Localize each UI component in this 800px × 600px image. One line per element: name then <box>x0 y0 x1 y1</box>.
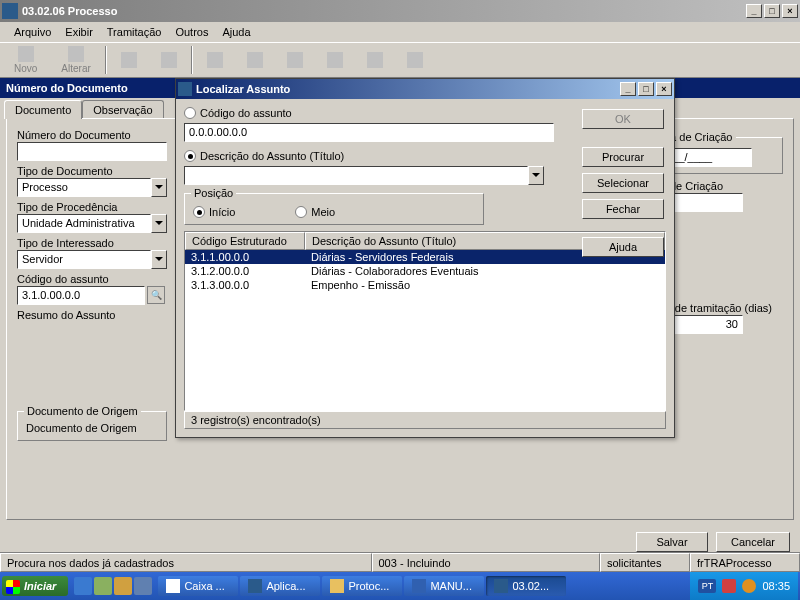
menu-tramitacao[interactable]: Tramitação <box>101 24 168 40</box>
quicklaunch-ie-icon[interactable] <box>74 577 92 595</box>
input-descricao-search[interactable] <box>184 166 528 185</box>
radio-inicio[interactable]: Início <box>193 206 235 218</box>
taskbar-item[interactable]: Protoc... <box>322 576 402 596</box>
dialog-title: Localizar Assunto <box>196 83 620 95</box>
cell-descricao: Empenho - Emissão <box>305 278 665 292</box>
dialog-minimize-button[interactable]: _ <box>620 82 636 96</box>
tray-icon[interactable] <box>742 579 756 593</box>
input-tipo-interessado[interactable]: Servidor <box>17 250 151 269</box>
listview-status: 3 registro(s) encontrado(s) <box>184 411 666 429</box>
label-codigo-assunto: Código do assunto <box>17 273 177 285</box>
cell-codigo: 3.1.1.00.0.0 <box>185 250 305 264</box>
tool-8[interactable] <box>317 50 353 70</box>
radio-meio[interactable]: Meio <box>295 206 335 218</box>
dialog-maximize-button[interactable]: □ <box>638 82 654 96</box>
dropdown-tipo-documento[interactable] <box>151 178 167 197</box>
new-icon <box>18 46 34 62</box>
start-button[interactable]: Iniciar <box>2 576 68 596</box>
menu-ajuda[interactable]: Ajuda <box>216 24 256 40</box>
dropdown-tipo-procedencia[interactable] <box>151 214 167 233</box>
quicklaunch-icon[interactable] <box>114 577 132 595</box>
menu-outros[interactable]: Outros <box>169 24 214 40</box>
tool-9[interactable] <box>357 50 393 70</box>
tool-alterar[interactable]: Alterar <box>51 44 100 76</box>
tool-novo[interactable]: Novo <box>4 44 47 76</box>
ajuda-button[interactable]: Ajuda <box>582 237 664 257</box>
tool-icon <box>407 52 423 68</box>
list-row[interactable]: 3.1.2.00.0.0 Diárias - Colaboradores Eve… <box>185 264 665 278</box>
quicklaunch-icon[interactable] <box>94 577 112 595</box>
input-num-documento[interactable] <box>17 142 167 161</box>
radio-codigo-assunto[interactable]: Código do assunto <box>184 107 554 119</box>
column-codigo[interactable]: Código Estruturado <box>185 232 305 250</box>
procurar-button[interactable]: Procurar <box>582 147 664 167</box>
ok-button[interactable]: OK <box>582 109 664 129</box>
label-tipo-interessado: Tipo de Interessado <box>17 237 177 249</box>
results-listview: Código Estruturado Descrição do Assunto … <box>184 231 666 411</box>
tab-observacao[interactable]: Observação <box>82 100 163 119</box>
window-title: 03.02.06 Processo <box>22 5 746 17</box>
input-codigo-search[interactable]: 0.0.0.00.0.0 <box>184 123 554 142</box>
cell-descricao: Diárias - Colaboradores Eventuais <box>305 264 665 278</box>
taskbar: Iniciar Caixa ... Aplica... Protoc... MA… <box>0 572 800 600</box>
toolbar: Novo Alterar <box>0 42 800 78</box>
tool-icon <box>327 52 343 68</box>
cell-codigo: 3.1.3.00.0.0 <box>185 278 305 292</box>
tool-icon <box>367 52 383 68</box>
taskbar-item[interactable]: Aplica... <box>240 576 320 596</box>
language-indicator[interactable]: PT <box>698 579 716 593</box>
toolbar-separator <box>105 46 107 74</box>
label-documento-origem: Documento de Origem <box>26 422 137 434</box>
fechar-button[interactable]: Fechar <box>582 199 664 219</box>
dialog-titlebar[interactable]: Localizar Assunto _ □ × <box>176 79 674 99</box>
close-button[interactable]: × <box>782 4 798 18</box>
quicklaunch-icon[interactable] <box>134 577 152 595</box>
statusbar: Procura nos dados já cadastrados 003 - I… <box>0 552 800 572</box>
system-tray: PT 08:35 <box>690 572 798 600</box>
dropdown-descricao-search[interactable] <box>528 166 544 185</box>
app-icon <box>166 579 180 593</box>
tool-7[interactable] <box>277 50 313 70</box>
input-tipo-documento[interactable]: Processo <box>17 178 151 197</box>
taskbar-item-active[interactable]: 03.02... <box>486 576 566 596</box>
list-row[interactable]: 3.1.3.00.0.0 Empenho - Emissão <box>185 278 665 292</box>
cell-codigo: 3.1.2.00.0.0 <box>185 264 305 278</box>
clock: 08:35 <box>762 580 790 592</box>
label-num-documento: Número do Documento <box>17 129 177 141</box>
taskbar-item[interactable]: Caixa ... <box>158 576 238 596</box>
menubar: Arquivo Exibir Tramitação Outros Ajuda <box>0 22 800 42</box>
folder-icon <box>330 579 344 593</box>
salvar-button[interactable]: Salvar <box>636 532 708 552</box>
selecionar-button[interactable]: Selecionar <box>582 173 664 193</box>
taskbar-item[interactable]: MANU... <box>404 576 484 596</box>
cancelar-button[interactable]: Cancelar <box>716 532 790 552</box>
input-tipo-procedencia[interactable]: Unidade Administrativa <box>17 214 151 233</box>
menu-arquivo[interactable]: Arquivo <box>8 24 57 40</box>
tool-6[interactable] <box>237 50 273 70</box>
dialog-close-button[interactable]: × <box>656 82 672 96</box>
menu-exibir[interactable]: Exibir <box>59 24 99 40</box>
app-icon <box>2 3 18 19</box>
app-icon <box>248 579 262 593</box>
maximize-button[interactable]: □ <box>764 4 780 18</box>
tab-documento[interactable]: Documento <box>4 100 82 119</box>
tool-5[interactable] <box>197 50 233 70</box>
label-tipo-procedencia: Tipo de Procedência <box>17 201 177 213</box>
tool-3[interactable] <box>111 50 147 70</box>
radio-codigo-label: Código do assunto <box>200 107 292 119</box>
radio-inicio-label: Início <box>209 206 235 218</box>
minimize-button[interactable]: _ <box>746 4 762 18</box>
tool-4[interactable] <box>151 50 187 70</box>
tool-icon <box>287 52 303 68</box>
radio-descricao-assunto[interactable]: Descrição do Assunto (Título) <box>184 150 554 162</box>
input-codigo-assunto[interactable]: 3.1.0.00.0.0 <box>17 286 145 305</box>
label-resumo-assunto: Resumo do Assunto <box>17 309 177 321</box>
tool-icon <box>247 52 263 68</box>
status-mode: 003 - Incluindo <box>372 553 601 572</box>
tray-icon[interactable] <box>722 579 736 593</box>
dialog-icon <box>178 82 192 96</box>
dropdown-tipo-interessado[interactable] <box>151 250 167 269</box>
tool-icon <box>207 52 223 68</box>
lookup-assunto-button[interactable] <box>147 286 165 304</box>
tool-10[interactable] <box>397 50 433 70</box>
